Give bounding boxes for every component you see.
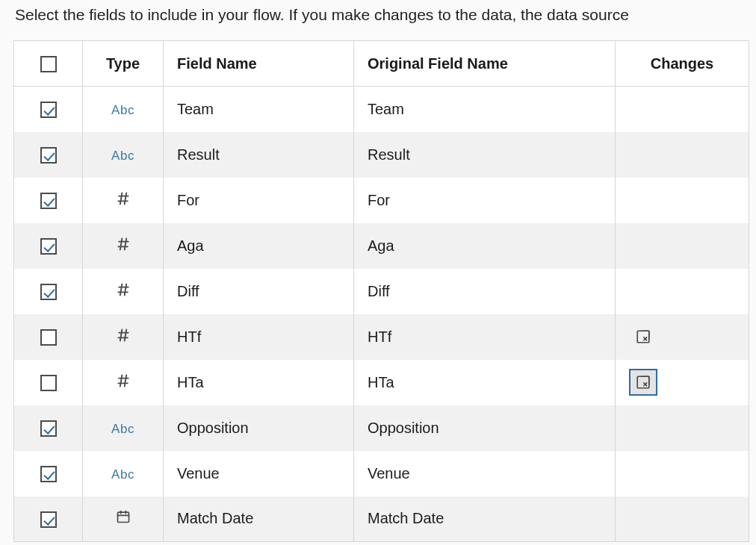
- row-type-cell[interactable]: Abc: [83, 87, 164, 132]
- row-field-name[interactable]: HTa: [164, 360, 354, 405]
- row-checkbox[interactable]: [40, 329, 57, 346]
- row-changes-cell: [616, 132, 749, 178]
- header-changes: Changes: [616, 41, 749, 87]
- type-number-icon: [116, 373, 131, 388]
- row-checkbox[interactable]: [40, 284, 57, 300]
- row-checkbox-cell: [14, 269, 83, 314]
- row-checkbox-cell: [14, 223, 83, 269]
- row-type-cell[interactable]: [83, 223, 164, 269]
- type-number-icon: [116, 191, 131, 206]
- table-row: AgaAga: [14, 223, 749, 269]
- table-row: AbcVenueVenue: [14, 451, 749, 496]
- type-number-icon: [116, 237, 131, 252]
- row-checkbox-cell: [14, 405, 83, 451]
- row-original-field-name: Venue: [354, 451, 616, 496]
- row-checkbox[interactable]: [40, 102, 57, 118]
- row-checkbox[interactable]: [40, 193, 57, 209]
- table-header-row: Type Field Name Original Field Name Chan…: [14, 41, 749, 87]
- row-checkbox-cell: [14, 451, 83, 496]
- row-checkbox-cell: [14, 132, 83, 178]
- row-changes-cell: [616, 360, 749, 405]
- svg-rect-16: [637, 331, 649, 343]
- table-row: AbcTeamTeam: [14, 87, 749, 132]
- table-row: ForFor: [14, 178, 749, 223]
- row-original-field-name: HTa: [354, 360, 616, 405]
- row-checkbox[interactable]: [40, 466, 57, 482]
- row-field-name[interactable]: Aga: [164, 223, 354, 269]
- row-checkbox-cell: [14, 360, 83, 405]
- table-row: HTaHTa: [14, 360, 749, 405]
- field-selection-table: Type Field Name Original Field Name Chan…: [13, 40, 749, 542]
- row-field-name[interactable]: Venue: [164, 451, 354, 496]
- table-row: DiffDiff: [14, 269, 749, 314]
- svg-line-3: [124, 193, 126, 204]
- row-field-name[interactable]: HTf: [164, 314, 354, 360]
- row-field-name[interactable]: Team: [164, 87, 354, 132]
- row-field-name[interactable]: For: [164, 178, 354, 223]
- header-type: Type: [83, 41, 164, 87]
- row-type-cell[interactable]: Abc: [83, 132, 164, 178]
- table-row: Match DateMatch Date: [14, 496, 749, 542]
- row-type-cell[interactable]: [83, 496, 164, 542]
- row-checkbox-cell: [14, 178, 83, 223]
- type-number-icon: [116, 282, 131, 297]
- type-string-icon: Abc: [111, 467, 134, 482]
- row-original-field-name: Match Date: [354, 496, 616, 542]
- svg-rect-23: [637, 376, 649, 388]
- row-original-field-name: For: [354, 178, 616, 223]
- row-type-cell[interactable]: [83, 178, 164, 223]
- type-string-icon: Abc: [111, 149, 134, 163]
- row-changes-cell: [616, 405, 749, 451]
- row-checkbox[interactable]: [40, 511, 57, 528]
- field-removed-icon[interactable]: [630, 370, 656, 394]
- row-changes-cell: [616, 451, 749, 496]
- select-all-checkbox[interactable]: [40, 56, 57, 72]
- row-checkbox[interactable]: [40, 238, 57, 255]
- header-field-name: Field Name: [164, 41, 354, 87]
- svg-line-21: [120, 375, 122, 386]
- row-type-cell[interactable]: Abc: [83, 405, 164, 451]
- svg-line-22: [124, 375, 126, 386]
- svg-line-7: [124, 238, 126, 249]
- type-number-icon: [116, 328, 131, 343]
- svg-line-15: [124, 329, 126, 340]
- row-checkbox-cell: [14, 87, 83, 132]
- row-checkbox[interactable]: [40, 420, 57, 437]
- table-row: AbcResultResult: [14, 132, 749, 178]
- row-field-name[interactable]: Diff: [164, 269, 354, 314]
- row-field-name[interactable]: Result: [164, 132, 354, 178]
- row-field-name[interactable]: Opposition: [164, 405, 354, 451]
- row-original-field-name: HTf: [354, 314, 616, 360]
- row-original-field-name: Opposition: [354, 405, 616, 451]
- row-original-field-name: Result: [354, 132, 616, 178]
- type-date-icon: [116, 509, 131, 524]
- row-type-cell[interactable]: Abc: [83, 451, 164, 496]
- svg-line-6: [120, 238, 122, 249]
- row-changes-cell: [616, 87, 749, 132]
- field-removed-icon[interactable]: [630, 325, 656, 349]
- instruction-text: Select the fields to include in your flo…: [15, 6, 756, 24]
- row-type-cell[interactable]: [83, 314, 164, 360]
- row-changes-cell: [616, 178, 749, 223]
- table-row: AbcOppositionOpposition: [14, 405, 749, 451]
- type-string-icon: Abc: [111, 103, 134, 117]
- row-checkbox[interactable]: [40, 375, 57, 391]
- svg-line-10: [120, 284, 122, 295]
- table-row: HTfHTf: [14, 314, 749, 360]
- svg-line-14: [120, 329, 122, 340]
- row-checkbox[interactable]: [40, 147, 57, 164]
- row-changes-cell: [616, 223, 749, 269]
- row-original-field-name: Team: [354, 87, 616, 132]
- row-changes-cell: [616, 496, 749, 542]
- row-type-cell[interactable]: [83, 360, 164, 405]
- row-changes-cell: [616, 269, 749, 314]
- svg-rect-26: [117, 512, 128, 522]
- row-changes-cell: [616, 314, 749, 360]
- type-string-icon: Abc: [111, 422, 134, 436]
- header-original-field-name: Original Field Name: [354, 41, 616, 87]
- row-checkbox-cell: [14, 496, 83, 542]
- row-field-name[interactable]: Match Date: [164, 496, 354, 542]
- svg-line-11: [124, 284, 126, 295]
- svg-line-2: [120, 193, 122, 204]
- row-type-cell[interactable]: [83, 269, 164, 314]
